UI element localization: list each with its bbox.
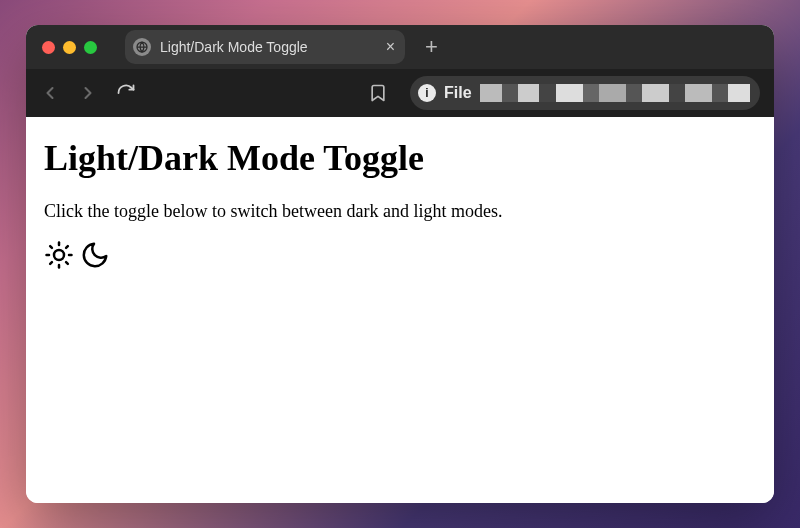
address-bar[interactable]: i File (410, 76, 760, 110)
svg-line-9 (66, 246, 68, 248)
toolbar: i File (26, 69, 774, 117)
svg-line-5 (66, 262, 68, 264)
url-path-obscured (480, 84, 750, 102)
tab-title: Light/Dark Mode Toggle (160, 39, 377, 55)
browser-window: Light/Dark Mode Toggle × + i File Light/… (26, 25, 774, 503)
bookmark-button[interactable] (368, 82, 388, 104)
light-mode-toggle[interactable] (44, 240, 74, 270)
page-content: Light/Dark Mode Toggle Click the toggle … (26, 117, 774, 503)
window-controls (42, 41, 97, 54)
browser-tab[interactable]: Light/Dark Mode Toggle × (125, 30, 405, 64)
reload-button[interactable] (116, 83, 136, 103)
page-description: Click the toggle below to switch between… (44, 201, 756, 222)
forward-button[interactable] (78, 83, 98, 103)
dark-mode-toggle[interactable] (80, 240, 110, 270)
url-scheme: File (444, 84, 472, 102)
mode-toggles (44, 240, 756, 270)
svg-point-1 (54, 250, 64, 260)
globe-icon (133, 38, 151, 56)
page-heading: Light/Dark Mode Toggle (44, 137, 756, 179)
back-button[interactable] (40, 83, 60, 103)
maximize-window-button[interactable] (84, 41, 97, 54)
new-tab-button[interactable]: + (425, 36, 438, 58)
svg-line-4 (50, 246, 52, 248)
close-window-button[interactable] (42, 41, 55, 54)
moon-icon (80, 240, 110, 270)
minimize-window-button[interactable] (63, 41, 76, 54)
svg-line-8 (50, 262, 52, 264)
info-icon: i (418, 84, 436, 102)
close-tab-button[interactable]: × (386, 39, 395, 55)
titlebar: Light/Dark Mode Toggle × + (26, 25, 774, 69)
sun-icon (44, 240, 74, 270)
